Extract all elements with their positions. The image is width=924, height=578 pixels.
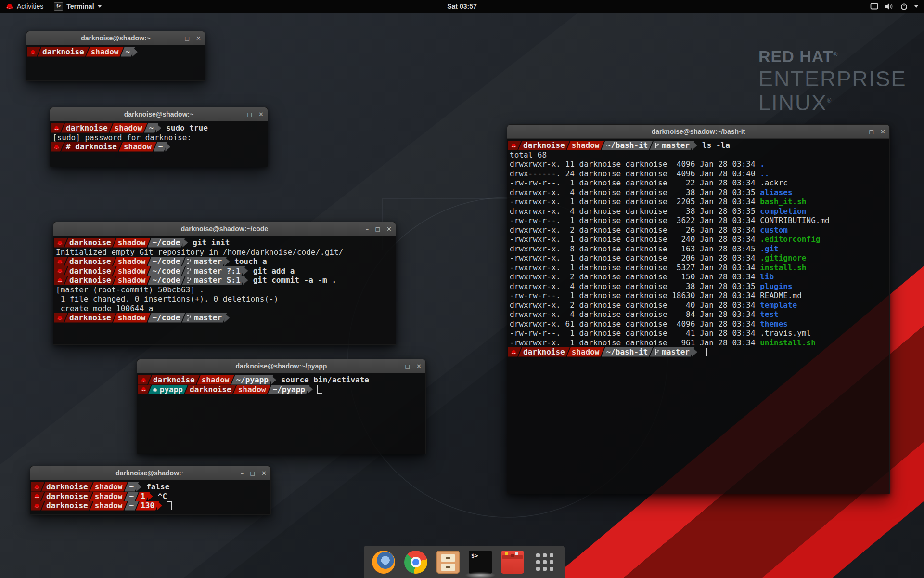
terminal-app-icon: $> xyxy=(54,2,63,11)
prompt-git-segment: master ?:1 xyxy=(182,266,245,276)
maximize-button[interactable]: ◻ xyxy=(250,470,255,476)
close-button[interactable]: ✕ xyxy=(880,129,886,135)
terminal-cursor xyxy=(317,385,322,394)
minimize-button[interactable]: – xyxy=(241,470,244,476)
prompt-segment: darknoise xyxy=(185,385,236,394)
maximize-button[interactable]: ◻ xyxy=(869,129,874,135)
prompt-segment: darknoise xyxy=(61,123,113,133)
prompt-arrow xyxy=(692,141,697,150)
app-menu-label: Terminal xyxy=(66,2,94,10)
git-branch-icon xyxy=(187,315,192,321)
window-titlebar[interactable]: darknoise@shadow:~/pyapp – ◻ ✕ xyxy=(137,359,425,373)
minimize-button[interactable]: – xyxy=(238,111,241,118)
file-name: .git xyxy=(760,244,779,253)
activities-label: Activities xyxy=(17,2,43,10)
volume-icon[interactable] xyxy=(885,3,894,10)
window-titlebar[interactable]: darknoise@shadow:~ – ◻ ✕ xyxy=(50,107,268,121)
terminal-icon[interactable]: $> xyxy=(469,551,492,574)
file-list-row: drwxrwxr-x. 4 darknoise darknoise 84 Jan… xyxy=(508,310,779,319)
minimize-button[interactable]: – xyxy=(175,35,179,41)
window-titlebar[interactable]: darknoise@shadow:~ – ◻ ✕ xyxy=(30,466,270,480)
redhat-icon xyxy=(57,240,63,246)
command-text: ls -la xyxy=(697,141,730,150)
files-icon[interactable] xyxy=(436,551,460,574)
prompt-arrow xyxy=(148,492,153,501)
terminal-window-home-small[interactable]: darknoise@shadow:~ – ◻ ✕ darknoiseshadow… xyxy=(26,31,205,81)
prompt-segment: ~/code xyxy=(148,266,185,276)
maximize-button[interactable]: ◻ xyxy=(375,226,380,232)
file-list-row: -rw-rw-r--. 1 darknoise darknoise 3622 J… xyxy=(508,216,830,225)
minimize-button[interactable]: – xyxy=(366,226,369,232)
output-text: 1 file changed, 0 insertions(+), 0 delet… xyxy=(54,294,278,304)
close-button[interactable]: ✕ xyxy=(386,226,392,232)
display-icon[interactable] xyxy=(870,3,878,10)
terminal-content[interactable]: darknoiseshadow~falsedarknoiseshadow~1^C… xyxy=(30,480,270,515)
prompt-segment: ~/code xyxy=(148,257,185,266)
maximize-button[interactable]: ◻ xyxy=(405,363,410,369)
maximize-button[interactable]: ◻ xyxy=(184,35,190,41)
close-button[interactable]: ✕ xyxy=(416,363,422,369)
window-title: darknoise@shadow:~/code xyxy=(181,225,268,233)
redhat-icon xyxy=(53,144,60,150)
terminal-line: Initialized empty Git repository in /hom… xyxy=(54,248,395,257)
redhat-icon xyxy=(34,484,40,490)
file-name: .gitignore xyxy=(760,253,806,263)
power-icon[interactable] xyxy=(900,3,908,10)
app-grid-icon[interactable] xyxy=(533,551,556,574)
maximize-button[interactable]: ◻ xyxy=(247,111,252,118)
terminal-window-pyapp[interactable]: darknoise@shadow:~/pyapp – ◻ ✕ darknoise… xyxy=(137,359,426,454)
prompt-segment: shadow xyxy=(113,313,151,323)
file-list-row: drwxrwxr-x. 4 darknoise darknoise 38 Jan… xyxy=(508,188,793,197)
chevron-down-icon[interactable] xyxy=(914,5,918,8)
redhat-icon xyxy=(30,49,36,55)
minimize-button[interactable]: – xyxy=(860,129,863,135)
toolbox-icon[interactable] xyxy=(501,551,524,574)
window-titlebar[interactable]: darknoise@shadow:~ – ◻ ✕ xyxy=(26,31,205,45)
file-list-row: drwxrwxr-x. 2 darknoise darknoise 40 Jan… xyxy=(508,301,797,310)
terminal-cursor xyxy=(167,501,172,510)
terminal-content[interactable]: darknoiseshadow~/pyappsource bin/activat… xyxy=(137,373,425,455)
activities-button[interactable]: Activities xyxy=(0,0,49,13)
redhat-icon xyxy=(141,377,147,383)
window-titlebar[interactable]: darknoise@shadow:~/code – ◻ ✕ xyxy=(53,222,396,236)
window-titlebar[interactable]: darknoise@shadow:~/bash-it – ◻ ✕ xyxy=(507,125,889,139)
close-button[interactable]: ✕ xyxy=(196,35,201,41)
file-name: lib xyxy=(760,272,774,281)
command-text: ^C xyxy=(153,492,167,501)
prompt-segment: darknoise xyxy=(64,313,116,323)
terminal-line: darknoiseshadow~/pyappsource bin/activat… xyxy=(138,375,424,385)
prompt-segment: ~/bash-it xyxy=(602,347,653,357)
prompt-segment: shadow xyxy=(233,385,271,394)
file-list-row: drwxrwxr-x. 2 darknoise darknoise 26 Jan… xyxy=(508,225,788,235)
redhat-icon xyxy=(57,277,63,283)
terminal-window-sudo[interactable]: darknoise@shadow:~ – ◻ ✕ darknoiseshadow… xyxy=(50,107,268,167)
minimize-button[interactable]: – xyxy=(396,363,399,369)
file-list-row: drwxrwxr-x. 4 darknoise darknoise 38 Jan… xyxy=(508,282,793,291)
prompt-segment: shadow xyxy=(197,375,234,385)
terminal-line: -rw-rw-r--. 1 darknoise darknoise 18630 … xyxy=(508,291,888,301)
clock[interactable]: Sat 03:57 xyxy=(0,2,924,10)
rhel-wallpaper-logo: RED HAT® ENTERPRISE LINUX® xyxy=(758,48,907,114)
terminal-line: drwx------. 24 darknoise darknoise 4096 … xyxy=(508,169,888,179)
app-menu-terminal[interactable]: $> Terminal xyxy=(49,0,106,13)
terminal-content[interactable]: darknoiseshadow~ xyxy=(26,45,205,81)
file-name: bash_it.sh xyxy=(760,197,806,206)
terminal-window-code[interactable]: darknoise@shadow:~/code – ◻ ✕ darknoises… xyxy=(53,222,396,345)
close-button[interactable]: ✕ xyxy=(261,470,267,476)
terminal-window-exit-codes[interactable]: darknoise@shadow:~ – ◻ ✕ darknoiseshadow… xyxy=(30,466,271,515)
firefox-icon[interactable] xyxy=(372,551,395,574)
file-name: CONTRIBUTING.md xyxy=(760,216,830,225)
terminal-line: -rwxrwxr-x. 1 darknoise darknoise 961 Ja… xyxy=(508,338,888,348)
terminal-content[interactable]: darknoiseshadow~/bash-itmasterls -latota… xyxy=(507,139,889,495)
redhat-icon xyxy=(141,386,147,392)
chrome-icon[interactable] xyxy=(404,551,427,574)
terminal-content[interactable]: darknoiseshadow~/codegit initInitialized… xyxy=(53,236,396,345)
prompt-segment: shadow xyxy=(567,141,604,150)
close-button[interactable]: ✕ xyxy=(258,111,264,118)
prompt-arrow xyxy=(136,482,141,492)
prompt-arrow xyxy=(156,123,161,133)
terminal-content[interactable]: darknoiseshadow~sudo true[sudo] password… xyxy=(50,121,268,168)
terminal-window-bash-it[interactable]: darknoise@shadow:~/bash-it – ◻ ✕ darknoi… xyxy=(507,124,890,494)
prompt-git-segment: master xyxy=(182,257,227,266)
git-branch-icon xyxy=(654,349,659,355)
